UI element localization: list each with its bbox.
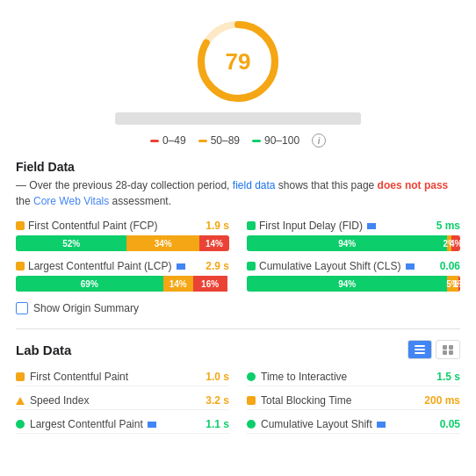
fid-label: First Input Delay (FID): [259, 220, 433, 232]
lab-metric-si: Speed Index 3.2 s: [16, 392, 229, 410]
fail-text: does not pass: [378, 179, 449, 191]
compact-view-icon: [442, 343, 454, 356]
divider: [16, 328, 460, 329]
origin-summary-label: Show Origin Summary: [33, 302, 139, 314]
field-data-description: — Over the previous 28-day collection pe…: [16, 177, 460, 209]
lab-cls-name: Cumulative Layout Shift: [261, 418, 386, 430]
lab-metric-cls: Cumulative Layout Shift 0.05: [247, 415, 460, 434]
desc-prefix: — Over the previous 28-day collection pe…: [16, 179, 233, 191]
legend-label-average: 50–89: [211, 134, 240, 147]
svg-rect-2: [415, 345, 425, 347]
svg-rect-5: [443, 345, 447, 350]
assessment-text: assessment.: [109, 195, 171, 207]
lab-lcp-name: Largest Contentful Paint: [30, 418, 156, 430]
metric-fcp: First Contentful Paint (FCP) 1.9 s 52% 3…: [16, 220, 229, 251]
lcp-bar-good: 69%: [16, 276, 163, 292]
fcp-bar-good: 52%: [16, 235, 126, 251]
lab-metric-tti: Time to Interactive 1.5 s: [247, 368, 460, 386]
cls-bar: 94% 5% 1%: [247, 276, 460, 292]
lab-tbt-icon: [247, 396, 256, 405]
cls-indicator: [247, 262, 256, 270]
lab-cls-left: Cumulative Layout Shift: [247, 418, 386, 430]
toggle-list-btn[interactable]: [407, 340, 432, 359]
lab-si-icon: [16, 397, 25, 405]
lab-cls-flag: [377, 422, 386, 428]
lab-metric-tbt: Total Blocking Time 200 ms: [247, 392, 460, 410]
legend-dot-good: [252, 140, 261, 142]
legend: 0–49 50–89 90–100 i: [150, 133, 326, 148]
lab-lcp-icon: [16, 420, 25, 429]
svg-rect-3: [415, 349, 425, 350]
lab-lcp-value: 1.1 s: [206, 418, 229, 430]
fid-indicator: [247, 221, 256, 230]
lcp-label: Largest Contentful Paint (LCP): [28, 260, 202, 272]
lab-si-value: 3.2 s: [206, 394, 229, 407]
score-ring: 79: [194, 18, 282, 105]
lab-lcp-left: Largest Contentful Paint: [16, 418, 156, 430]
fid-value: 5 ms: [436, 220, 460, 232]
score-value: 79: [226, 48, 251, 76]
lcp-bar-avg: 14%: [163, 276, 193, 292]
fcp-bar-avg: 34%: [126, 235, 199, 251]
lab-si-name: Speed Index: [30, 394, 89, 407]
lab-metric-lcp: Largest Contentful Paint 1.1 s: [16, 415, 229, 434]
svg-rect-8: [449, 350, 453, 355]
legend-info-icon[interactable]: i: [312, 133, 326, 148]
lab-metrics-grid: First Contentful Paint 1.0 s Time to Int…: [16, 368, 460, 434]
metric-fcp-header: First Contentful Paint (FCP) 1.9 s: [16, 220, 229, 232]
lab-tti-value: 1.5 s: [436, 371, 460, 383]
cls-value: 0.06: [440, 260, 460, 272]
lab-fcp-value: 1.0 s: [206, 371, 229, 383]
list-view-icon: [414, 343, 426, 356]
lab-tbt-left: Total Blocking Time: [247, 394, 351, 407]
fcp-indicator: [16, 221, 25, 230]
metric-cls-header: Cumulative Layout Shift (CLS) 0.06: [247, 260, 460, 272]
lab-data-header: Lab Data: [16, 340, 460, 359]
lab-view-toggle: [407, 340, 460, 359]
metric-cls: Cumulative Layout Shift (CLS) 0.06 94% 5…: [247, 260, 460, 292]
lab-tbt-name: Total Blocking Time: [261, 394, 351, 407]
metric-fid: First Input Delay (FID) 5 ms 94% 2% 4%: [247, 220, 460, 251]
fcp-bar-poor: 14%: [199, 235, 229, 251]
url-bar: [115, 112, 361, 125]
svg-rect-7: [443, 350, 447, 355]
cls-flag: [406, 263, 415, 270]
desc-mid: shows that this page: [276, 179, 378, 191]
lcp-bar-poor: 16%: [193, 276, 227, 292]
fid-flag: [367, 223, 376, 229]
lab-tti-name: Time to Interactive: [261, 371, 347, 383]
lab-fcp-name: First Contentful Paint: [30, 371, 128, 383]
legend-label-bad: 0–49: [162, 134, 186, 147]
lab-tbt-value: 200 ms: [424, 394, 460, 407]
lcp-value: 2.9 s: [206, 260, 229, 272]
lcp-flag: [177, 263, 185, 270]
cls-bar-good: 94%: [247, 276, 447, 292]
origin-summary-row[interactable]: Show Origin Summary: [16, 302, 460, 314]
field-metrics-grid: First Contentful Paint (FCP) 1.9 s 52% 3…: [16, 220, 460, 292]
lab-si-left: Speed Index: [16, 394, 89, 407]
fid-bar: 94% 2% 4%: [247, 235, 460, 251]
svg-rect-4: [415, 352, 425, 354]
lab-data-title: Lab Data: [16, 343, 71, 357]
lab-tti-icon: [247, 372, 256, 381]
score-section: 79 0–49 50–89 90–100 i: [16, 18, 460, 148]
lab-metric-fcp: First Contentful Paint 1.0 s: [16, 368, 229, 386]
field-data-link[interactable]: field data: [233, 179, 276, 191]
lcp-bar: 69% 14% 16%: [16, 276, 229, 292]
fcp-value: 1.9 s: [206, 220, 229, 232]
legend-dot-bad: [150, 140, 159, 142]
lab-tti-left: Time to Interactive: [247, 371, 347, 383]
lcp-indicator: [16, 262, 25, 270]
lab-fcp-left: First Contentful Paint: [16, 371, 128, 383]
lab-lcp-flag: [148, 422, 156, 428]
cwv-link[interactable]: Core Web Vitals: [33, 195, 109, 207]
fcp-label: First Contentful Paint (FCP): [28, 220, 202, 232]
fcp-bar: 52% 34% 14%: [16, 235, 229, 251]
desc-suffix: the: [16, 195, 33, 207]
fid-bar-good: 94%: [247, 235, 447, 251]
cls-bar-poor: 1%: [458, 276, 460, 292]
origin-summary-checkbox[interactable]: [16, 302, 28, 314]
legend-label-good: 90–100: [264, 134, 299, 147]
toggle-compact-btn[interactable]: [436, 340, 460, 359]
metric-lcp: Largest Contentful Paint (LCP) 2.9 s 69%…: [16, 260, 229, 292]
